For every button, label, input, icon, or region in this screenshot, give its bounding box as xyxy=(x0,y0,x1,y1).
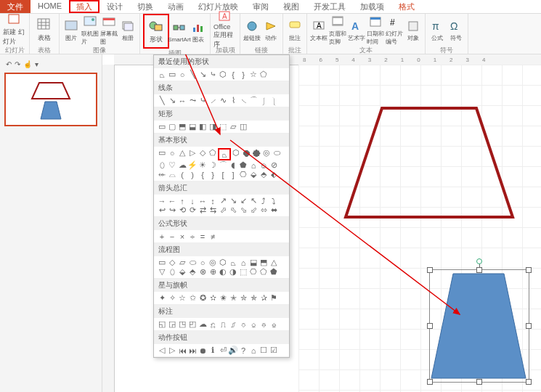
shape-line[interactable]: ⟋ xyxy=(208,96,218,105)
shape-line[interactable]: ↘ xyxy=(198,70,208,79)
equation-button[interactable]: π公式 xyxy=(428,14,446,46)
shape-action[interactable]: ☑ xyxy=(269,346,279,355)
shape-action[interactable]: 🔊 xyxy=(228,346,238,355)
shape-fc[interactable]: ▽ xyxy=(157,267,167,277)
shape-arrow[interactable]: ↗ xyxy=(218,196,228,205)
shape-item[interactable]: ☽ xyxy=(208,160,218,170)
chart-button[interactable]: 图表 xyxy=(190,15,207,47)
shape-eq[interactable]: = xyxy=(198,232,208,241)
shape-item[interactable]: ⬡ xyxy=(231,148,241,158)
object-button[interactable]: 对象 xyxy=(404,14,422,46)
shape-callout[interactable]: ⎎ xyxy=(228,319,238,329)
shape-rect[interactable]: ◧ xyxy=(198,122,208,131)
shape-fc[interactable]: ⊗ xyxy=(198,267,208,277)
shape-item[interactable]: ▭ xyxy=(167,70,177,79)
shape-item[interactable]: ⬟ xyxy=(238,160,248,170)
slide-thumbnail-1[interactable] xyxy=(4,73,97,126)
shape-callout[interactable]: ◲ xyxy=(167,319,177,329)
shape-star[interactable]: ☆ xyxy=(177,293,187,303)
headerfooter-button[interactable]: 页眉和页脚 xyxy=(329,14,346,46)
shape-action[interactable]: ? xyxy=(238,346,248,355)
shape-star[interactable]: ✰ xyxy=(259,293,269,303)
shape-fc[interactable]: ⬭ xyxy=(187,258,198,267)
shape-arrow[interactable]: ↩ xyxy=(157,205,167,215)
shape-line[interactable]: ⟍ xyxy=(238,96,248,105)
shape-item[interactable]: ▭ xyxy=(157,148,167,158)
shape-item[interactable]: ⚡ xyxy=(187,160,198,170)
shape-action[interactable]: ⏮ xyxy=(177,346,187,355)
shape-star[interactable]: ✩ xyxy=(187,293,198,303)
shape-arrow[interactable]: ⬃ xyxy=(248,205,259,215)
slide-canvas[interactable] xyxy=(298,65,541,392)
shape-fc[interactable]: ⬟ xyxy=(269,267,279,277)
shape-item[interactable]: ⌂ xyxy=(248,160,259,170)
hyperlink-button[interactable]: 超链接 xyxy=(243,14,261,46)
shape-item[interactable]: { xyxy=(228,70,238,79)
shape-line[interactable]: ↔ xyxy=(177,96,187,105)
tab-view[interactable]: 视图 xyxy=(276,0,306,13)
shape-arrow[interactable]: ⇆ xyxy=(208,205,218,215)
shape-item[interactable]: ◎ xyxy=(261,148,272,158)
shape-arrow[interactable]: → xyxy=(157,196,167,205)
shape-eq[interactable]: − xyxy=(167,232,177,241)
tab-file[interactable]: 文件 xyxy=(0,0,30,13)
shape-line[interactable]: ⎱ xyxy=(269,96,279,105)
shape-callout[interactable]: ⎏ xyxy=(238,319,248,329)
shape-item[interactable]: ⯄ xyxy=(251,148,261,158)
shape-fc[interactable]: ⬘ xyxy=(187,267,198,277)
shape-fc[interactable]: ▭ xyxy=(157,258,167,267)
shape-action[interactable]: ⏺ xyxy=(198,346,208,355)
new-slide-button[interactable]: 新建 幻灯片 xyxy=(3,14,26,46)
shape-item[interactable]: ☀ xyxy=(198,160,208,170)
tab-design[interactable]: 设计 xyxy=(99,0,130,13)
shape-fc[interactable]: ⬠ xyxy=(259,267,269,277)
shape-star[interactable]: ✫ xyxy=(208,293,218,303)
shape-fc[interactable]: ⬓ xyxy=(248,258,259,267)
shape-star[interactable]: ✭ xyxy=(228,293,238,303)
shape-item[interactable]: ( xyxy=(177,170,187,179)
shape-line[interactable]: ↘ xyxy=(167,96,177,105)
shape-star[interactable]: ✮ xyxy=(238,293,248,303)
shape-item[interactable]: [ xyxy=(218,170,228,179)
textbox-button[interactable]: A文本框 xyxy=(310,14,328,46)
shape-item[interactable]: ⌓ xyxy=(167,170,177,179)
shape-line[interactable]: ⤳ xyxy=(187,96,198,105)
shape-arrow[interactable]: ↕ xyxy=(208,196,218,205)
shape-arrow[interactable]: ↙ xyxy=(238,196,248,205)
shape-item[interactable]: ⬯ xyxy=(157,160,167,170)
shapes-button[interactable]: 形状 xyxy=(143,14,169,49)
shape-line[interactable]: ⎰ xyxy=(259,96,269,105)
shape-item[interactable]: ○ xyxy=(167,148,177,158)
shape-star[interactable]: ✪ xyxy=(198,293,208,303)
shape-action[interactable]: ▷ xyxy=(167,346,177,355)
rotate-handle[interactable] xyxy=(476,258,482,264)
shape-line[interactable]: ⌇ xyxy=(228,96,238,105)
shape-item[interactable]: ♡ xyxy=(167,160,177,170)
shape-callout[interactable]: ◳ xyxy=(177,319,187,329)
tab-transition[interactable]: 切换 xyxy=(130,0,160,13)
tab-dev[interactable]: 开发工具 xyxy=(306,0,353,13)
screenshot-button[interactable]: 屏幕截图 xyxy=(100,14,118,46)
shape-item[interactable]: ○ xyxy=(177,70,187,79)
shape-line[interactable]: ╲ xyxy=(157,96,167,105)
shape-callout[interactable]: ◱ xyxy=(157,319,167,329)
album-button[interactable]: 相册 xyxy=(119,14,137,46)
shape-item[interactable]: ☺ xyxy=(259,160,269,170)
shape-arrow[interactable]: ⇄ xyxy=(198,205,208,215)
tab-insert[interactable]: 插入 xyxy=(69,0,99,13)
shape-fc[interactable]: ⬯ xyxy=(167,267,177,277)
shape-arrow[interactable]: ← xyxy=(167,196,177,205)
shape-fc[interactable]: ⬙ xyxy=(177,267,187,277)
shape-callout[interactable]: ⎐ xyxy=(248,319,259,329)
shape-eq[interactable]: ÷ xyxy=(187,232,198,241)
tab-format[interactable]: 格式 xyxy=(391,0,422,13)
shape-fc[interactable]: ⬚ xyxy=(238,267,248,277)
shape-action[interactable]: ◁ xyxy=(157,346,167,355)
table-button[interactable]: 表格 xyxy=(33,14,56,46)
shape-fc[interactable]: ◇ xyxy=(167,258,177,267)
shape-item[interactable]: ⬙ xyxy=(248,170,259,179)
trapezoid-outline-shape[interactable] xyxy=(346,108,513,217)
shape-item[interactable]: } xyxy=(208,170,218,179)
shape-fc[interactable]: ⎔ xyxy=(248,267,259,277)
shape-fc[interactable]: ⏢ xyxy=(228,258,238,267)
